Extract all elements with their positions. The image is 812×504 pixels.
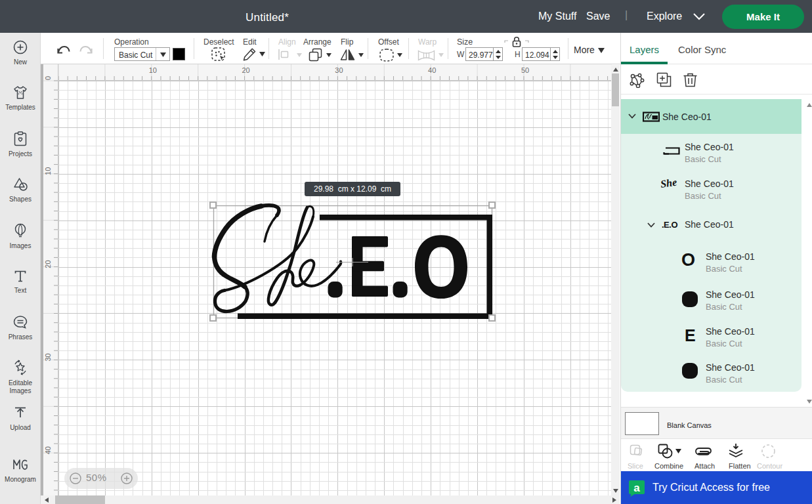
svg-text:30: 30 xyxy=(335,66,343,74)
svg-text:a: a xyxy=(633,482,640,494)
svg-text:30: 30 xyxy=(44,353,52,361)
svg-text:10: 10 xyxy=(44,167,52,175)
svg-text:0: 0 xyxy=(44,76,52,80)
svg-text:20: 20 xyxy=(44,260,52,268)
svg-text:40: 40 xyxy=(44,446,52,454)
svg-text:40: 40 xyxy=(428,66,436,74)
svg-text:10: 10 xyxy=(149,66,157,74)
svg-text:50: 50 xyxy=(521,66,529,74)
svg-text:20: 20 xyxy=(242,66,249,74)
